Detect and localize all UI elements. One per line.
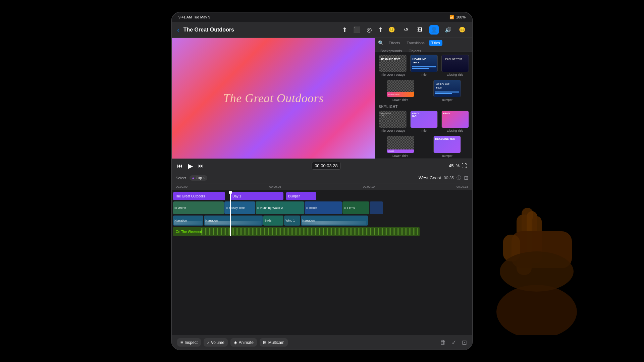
clip-great-outdoors[interactable]: The Great Outdoors xyxy=(173,192,225,200)
toolbar-icons: ⬆ ⬛ ◎ ⬆ xyxy=(342,26,383,34)
title-item-closing-title[interactable]: HEADLINE TEXT Closing Title xyxy=(440,55,470,76)
skylight-label-title-over: Title Over Footage xyxy=(380,129,405,132)
skylight-item-lower[interactable]: LOWER Lower Third xyxy=(378,136,423,158)
ipad-frame: 9:41 AM Tue May 9 📶 100% ‹ The Great Out… xyxy=(171,12,473,350)
search-icon[interactable]: 🔍 xyxy=(378,40,384,46)
timeline-tracks[interactable]: The Great Outdoors Day 1 Bumper xyxy=(172,190,472,335)
title-item-bumper[interactable]: HEADLINETEXT Bumper xyxy=(425,80,470,102)
skylight-item-title[interactable]: HEADLITEXT Title xyxy=(409,111,438,132)
title-item-title-over-footage[interactable]: HEADLINE TEXT Title Over Footage xyxy=(378,55,407,76)
upper-section: The Great Outdoors 🔍 Effects Transitions… xyxy=(172,38,472,159)
volume-button[interactable]: ♪ Volume xyxy=(204,338,228,347)
clip-narration2[interactable]: Narration xyxy=(204,216,263,226)
tab-transitions[interactable]: Transitions xyxy=(404,40,427,46)
track-music[interactable]: On The Weekend xyxy=(173,227,420,236)
label-bumper: Bumper xyxy=(442,98,452,102)
skylight-item-title-over[interactable]: HEADLINETEXT Title Over Footage xyxy=(378,111,407,132)
fullscreen-icon[interactable]: ⛶ xyxy=(462,163,467,169)
preview-title: The Great Outdoors xyxy=(223,91,324,105)
clip-running-label: Running Water 2 xyxy=(260,206,283,209)
multicam-icon: ⊞ xyxy=(263,340,267,345)
skylight-item-bumper[interactable]: HEADLINE TEX Bumper xyxy=(425,136,470,158)
skip-forward-button[interactable]: ⏭ xyxy=(198,163,204,169)
mossy-icon: ▤ xyxy=(226,206,228,209)
sidebar: 🔍 Effects Transitions Titles Backgrounds… xyxy=(375,38,472,159)
clip-day1-label: Day 1 xyxy=(232,194,241,198)
ruler-mark-15: 00:00:15 xyxy=(457,185,468,188)
svg-rect-6 xyxy=(503,235,520,261)
checkmark-icon[interactable]: ✓ xyxy=(451,339,457,346)
back-button[interactable]: ‹ xyxy=(177,26,179,34)
label-title: Title xyxy=(421,73,427,76)
clip-extra[interactable] xyxy=(370,201,383,214)
ruler-mark-10: 00:00:10 xyxy=(363,185,375,188)
clip-narration1[interactable]: Narration xyxy=(173,216,203,226)
timecode-display: 00:00:03.28 xyxy=(312,162,341,170)
photo-icon[interactable]: 🖼 xyxy=(415,25,425,35)
clip-narration3[interactable]: Narration xyxy=(301,216,368,226)
title-item-title[interactable]: HEADLINETEXT Title xyxy=(409,55,438,76)
status-bar: 9:41 AM Tue May 9 📶 100% xyxy=(172,12,472,22)
drone-icon: ▤ xyxy=(174,206,177,209)
clip-bumper-label: Bumper xyxy=(288,194,300,198)
thumb-bumper: HEADLINETEXT xyxy=(433,80,461,97)
status-right: 📶 100% xyxy=(449,15,466,19)
emoji-icon[interactable]: 🙂 xyxy=(387,25,396,35)
clip-ferns-label: Ferns xyxy=(347,206,355,209)
timeline-layout-icon[interactable]: ⊞ xyxy=(464,175,468,181)
speaker-icon[interactable]: 🔊 xyxy=(443,25,453,35)
volume-icon: ♪ xyxy=(207,340,209,345)
bottom-toolbar: ≡ Inspect ♪ Volume ◈ Animate ⊞ Multicam … xyxy=(172,335,472,350)
animate-label: Animate xyxy=(239,340,254,345)
clip-wind[interactable]: Wind 1 xyxy=(284,216,300,226)
share-icon[interactable]: ⬆ xyxy=(342,26,347,34)
video-preview: The Great Outdoors xyxy=(172,38,375,159)
playback-buttons: ⏮ ▶ ⏭ xyxy=(177,162,204,170)
clip-running-water[interactable]: ▤ Running Water 2 xyxy=(256,201,304,214)
info-icon[interactable]: ⓘ xyxy=(457,175,461,181)
person-icon[interactable]: 👤 xyxy=(429,25,439,35)
timeline-ruler: 00:00:00 00:00:05 00:00:10 00:00:15 xyxy=(172,183,472,190)
trash-icon[interactable]: 🗑 xyxy=(440,339,446,346)
thumb-title: HEADLINETEXT xyxy=(410,55,438,72)
layout-icon[interactable]: ⊡ xyxy=(462,339,467,346)
timeline-section: Select ● Clip › West Coast 00:35 ⓘ ⊞ 00:… xyxy=(172,173,472,335)
clip-birds[interactable]: Birds xyxy=(263,216,283,226)
skip-back-button[interactable]: ⏮ xyxy=(177,163,182,169)
clip-dot: ● xyxy=(192,176,195,180)
rotate-icon[interactable]: ↺ xyxy=(401,25,411,35)
svg-rect-2 xyxy=(522,208,533,261)
svg-point-0 xyxy=(496,285,577,335)
tab-titles[interactable]: Titles xyxy=(429,40,442,46)
skylight-item-closing[interactable]: HEADL Closing Title xyxy=(440,111,470,132)
volume-label: Volume xyxy=(211,340,224,345)
west-coast-info: West Coast 00:35 ⓘ ⊞ xyxy=(419,175,468,181)
clip-birds-label: Birds xyxy=(265,219,272,222)
skylight-thumb-bumper: HEADLINE TEX xyxy=(433,136,461,153)
camera-icon[interactable]: ⬛ xyxy=(353,26,361,34)
clip-mossy-tree[interactable]: ▤ Mossy Tree xyxy=(224,201,255,214)
record-icon[interactable]: ◎ xyxy=(367,26,372,34)
select-label: Select xyxy=(176,176,186,180)
clip-bumper[interactable]: Bumper xyxy=(286,192,316,200)
animate-button[interactable]: ◈ Animate xyxy=(230,338,257,347)
inspect-button[interactable]: ≡ Inspect xyxy=(177,338,201,347)
status-time: 9:41 AM Tue May 9 xyxy=(178,15,210,19)
tab-effects[interactable]: Effects xyxy=(386,40,402,46)
multicam-label: Multicam xyxy=(268,340,284,345)
project-title: The Great Outdoors xyxy=(183,27,338,33)
clip-great-outdoors-label: The Great Outdoors xyxy=(175,194,205,198)
play-button[interactable]: ▶ xyxy=(188,162,193,170)
clip-wind-label: Wind 1 xyxy=(285,219,295,222)
smiley-icon[interactable]: 😊 xyxy=(458,25,467,35)
clip-day1[interactable]: Day 1 xyxy=(230,192,283,200)
clip-drone[interactable]: ▤ Drone xyxy=(173,201,224,214)
clip-brook[interactable]: ▤ Brook xyxy=(305,201,342,214)
title-item-lower-third[interactable]: LOWER THIRD Lower Third xyxy=(378,80,423,102)
clip-ferns[interactable]: ▤ Ferns xyxy=(342,201,369,214)
multicam-button[interactable]: ⊞ Multicam xyxy=(260,338,288,347)
label-title-over-footage: Title Over Footage xyxy=(380,73,405,76)
export-icon[interactable]: ⬆ xyxy=(378,26,383,34)
zoom-value: 45 xyxy=(449,163,453,168)
west-coast-label: West Coast xyxy=(419,175,441,180)
